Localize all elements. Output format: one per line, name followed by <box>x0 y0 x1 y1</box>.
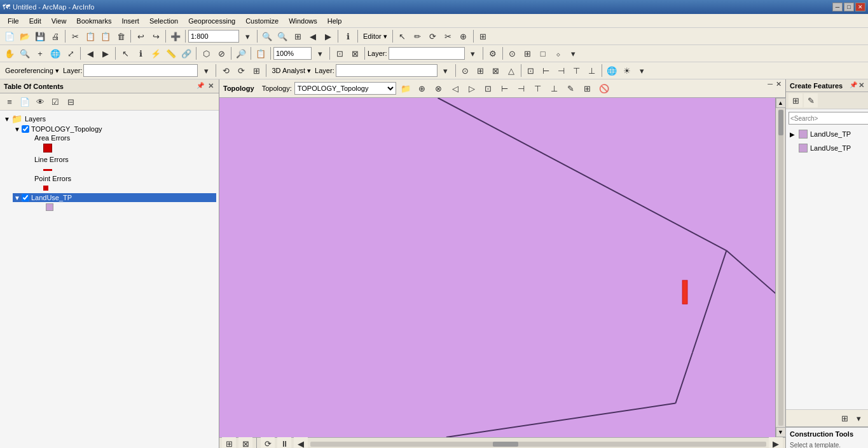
scale-georef[interactable]: ⊞ <box>249 64 263 78</box>
close-button[interactable]: ✕ <box>855 3 865 11</box>
landuse-collapse-icon[interactable]: ▼ <box>14 194 20 201</box>
toc-list-view-btn[interactable]: ≡ <box>3 95 17 109</box>
layers-root-item[interactable]: ▼ 📁 Layers <box>3 113 216 125</box>
snap-vertex[interactable]: ⊙ <box>506 46 520 60</box>
split-button[interactable]: ✂ <box>441 29 455 43</box>
topo-btn11[interactable]: ✎ <box>564 81 578 95</box>
zoom-next-button[interactable]: ▶ <box>321 29 335 43</box>
topology-collapse-icon[interactable]: ▼ <box>14 126 20 133</box>
cf-layer-item-1[interactable]: ▶ LandUse_TP <box>786 141 868 155</box>
3d-tool1[interactable]: ⊙ <box>458 64 472 78</box>
snap-more[interactable]: ▾ <box>567 46 581 60</box>
menu-bookmarks[interactable]: Bookmarks <box>71 16 116 26</box>
toggle-layout-btn[interactable]: ⊞ <box>222 437 236 449</box>
merge-button[interactable]: ⊕ <box>457 29 471 43</box>
topo-btn12[interactable]: ⊞ <box>581 81 595 95</box>
georef-layer-dropdown[interactable]: ▾ <box>199 64 213 78</box>
print-button[interactable]: 🖨 <box>48 29 62 43</box>
paste-button[interactable]: 📋 <box>99 29 113 43</box>
arrow-tool[interactable]: ↖ <box>118 46 132 60</box>
fixed-zoom-in[interactable]: + <box>33 46 47 60</box>
3d-tool4[interactable]: △ <box>504 64 518 78</box>
menu-help[interactable]: Help <box>322 16 347 26</box>
cf-pin-btn[interactable]: 📌 <box>850 81 857 90</box>
more-3d[interactable]: ▾ <box>635 64 649 78</box>
sun-btn[interactable]: ☀ <box>620 64 634 78</box>
select-button[interactable]: ↖ <box>396 29 410 43</box>
landuse-layer-item[interactable]: ▼ LandUse_TP <box>13 193 216 202</box>
topo-btn10[interactable]: ⊥ <box>548 81 561 95</box>
menu-customize[interactable]: Customize <box>240 16 284 26</box>
zoom-percent-dropdown[interactable]: ▾ <box>313 46 327 60</box>
globe-button[interactable]: 🌐 <box>48 46 62 60</box>
toggle-data-btn[interactable]: ⊠ <box>238 437 252 449</box>
cf-tool1[interactable]: ⊞ <box>789 93 803 107</box>
line-errors-item[interactable]: Line Errors <box>23 155 216 164</box>
topo-btn3[interactable]: ⊗ <box>432 81 446 95</box>
minimize-button[interactable]: ─ <box>832 3 843 11</box>
selection-tool[interactable]: ⬡ <box>199 46 213 60</box>
undo-button[interactable]: ↩ <box>134 29 148 43</box>
hscroll-right-btn[interactable]: ▶ <box>769 437 783 449</box>
convert-btn[interactable]: 🌐 <box>605 64 619 78</box>
layers-collapse-icon[interactable]: ▼ <box>4 116 10 123</box>
cf-layer-item-0[interactable]: ▶ LandUse_TP <box>786 127 868 141</box>
cut-button[interactable]: ✂ <box>68 29 82 43</box>
3d-layer-dropdown[interactable]: ▾ <box>439 64 453 78</box>
zoom-out-button[interactable]: 🔍 <box>275 29 289 43</box>
3d-analyst-dropdown[interactable]: 3D Analyst ▾ <box>269 67 313 75</box>
back-button[interactable]: ◀ <box>83 46 97 60</box>
hscroll-track[interactable] <box>310 442 766 447</box>
save-button[interactable]: 💾 <box>33 29 47 43</box>
3d-layer-input[interactable] <box>336 64 437 77</box>
info-tool[interactable]: ℹ <box>134 46 148 60</box>
shift-button[interactable]: ⟳ <box>234 64 248 78</box>
cf-expand-btn[interactable]: ⊞ <box>837 411 851 425</box>
snapping-settings[interactable]: ⚙ <box>486 46 500 60</box>
measure-tool[interactable]: 📏 <box>164 46 178 60</box>
topo-btn13[interactable]: 🚫 <box>597 81 611 95</box>
toc-visibility-view-btn[interactable]: 👁 <box>33 95 47 109</box>
snap-midpoint[interactable]: ⬦ <box>551 46 565 60</box>
edit-vertices-button[interactable]: ✏ <box>411 29 425 43</box>
topo-btn4[interactable]: ◁ <box>448 81 462 95</box>
menu-selection[interactable]: Selection <box>144 16 183 26</box>
menu-geoprocessing[interactable]: Geoprocessing <box>183 16 240 26</box>
zoom-percent-input[interactable] <box>273 47 312 60</box>
topology-minimize-btn[interactable]: ─ <box>768 80 773 88</box>
add-data-button[interactable]: ➕ <box>169 29 183 43</box>
point-errors-item[interactable]: Point Errors <box>23 174 216 183</box>
redo-button[interactable]: ↪ <box>149 29 163 43</box>
terrain-tool1[interactable]: ⊡ <box>524 64 538 78</box>
terrain-tool2[interactable]: ⊢ <box>539 64 553 78</box>
topo-btn7[interactable]: ⊢ <box>498 81 512 95</box>
toc-source-view-btn[interactable]: 📄 <box>18 95 32 109</box>
landuse-checkbox[interactable] <box>22 194 29 201</box>
topo-btn1[interactable]: 📁 <box>399 81 413 95</box>
cf-more-btn[interactable]: ▾ <box>851 411 865 425</box>
menu-view[interactable]: View <box>46 16 72 26</box>
terrain-tool3[interactable]: ⊣ <box>555 64 568 78</box>
more-edit-tools[interactable]: ⊞ <box>476 29 490 43</box>
snap-edge[interactable]: ⊞ <box>521 46 535 60</box>
vscroll-track[interactable] <box>778 109 783 426</box>
vscroll-down-btn[interactable]: ▼ <box>776 427 786 437</box>
find-button[interactable]: 🔎 <box>234 46 248 60</box>
editor-dropdown[interactable]: Editor ▾ <box>361 32 390 41</box>
scale-dropdown[interactable]: ▾ <box>240 29 254 43</box>
forward-button[interactable]: ▶ <box>99 46 113 60</box>
topology-checkbox[interactable] <box>22 125 29 133</box>
next-bookmark[interactable]: ⊠ <box>348 46 362 60</box>
terrain-tool4[interactable]: ⊤ <box>570 64 584 78</box>
new-button[interactable]: 📄 <box>3 29 17 43</box>
map-canvas[interactable] <box>219 98 775 437</box>
rotate-button[interactable]: ⟲ <box>219 64 233 78</box>
maximize-button[interactable]: □ <box>844 3 854 11</box>
terrain-tool5[interactable]: ⊥ <box>585 64 599 78</box>
extent-4arrows[interactable]: ⤢ <box>64 46 78 60</box>
layout-view[interactable]: 📋 <box>254 46 268 60</box>
toc-selection-view-btn[interactable]: ☑ <box>48 95 62 109</box>
hscroll-left-btn[interactable]: ◀ <box>294 437 308 449</box>
identify-button[interactable]: ℹ <box>341 29 355 43</box>
georef-layer-input[interactable] <box>83 64 198 77</box>
